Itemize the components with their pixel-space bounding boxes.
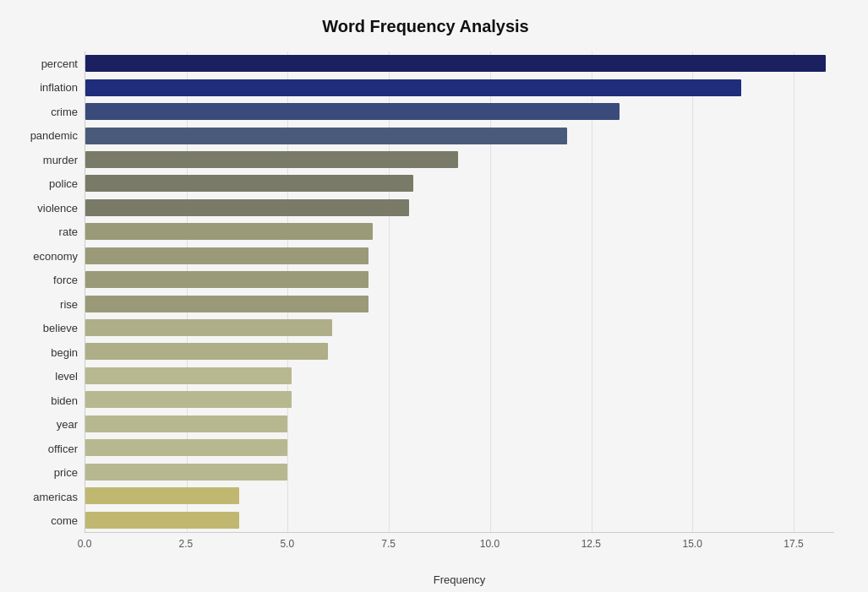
y-label: americas — [17, 486, 78, 508]
bar-price — [85, 464, 287, 481]
y-label: rate — [17, 221, 78, 243]
chart-area: percentinflationcrimepandemicmurderpolic… — [17, 52, 834, 533]
bar-rate — [85, 223, 373, 240]
grid-line — [490, 52, 491, 532]
grid-line — [187, 52, 188, 532]
y-label: biden — [17, 389, 78, 411]
y-label: come — [17, 510, 78, 532]
y-label: begin — [17, 341, 78, 363]
y-label: force — [17, 269, 78, 291]
bar-row — [85, 461, 834, 483]
bar-row — [85, 293, 834, 315]
bar-row — [85, 485, 834, 507]
x-axis: 0.02.55.07.510.012.515.017.5 — [85, 533, 834, 550]
y-label: violence — [17, 197, 78, 219]
chart-container: Word Frequency Analysis percentinflation… — [0, 0, 868, 592]
bars-area — [85, 52, 834, 533]
x-tick: 2.5 — [179, 538, 194, 550]
bar-pandemic — [85, 128, 567, 144]
x-tick: 0.0 — [78, 538, 92, 550]
x-tick: 10.0 — [480, 538, 500, 550]
x-axis-label: Frequency — [85, 573, 834, 586]
bar-row — [85, 340, 834, 362]
bar-violence — [85, 199, 409, 216]
y-label: percent — [17, 52, 78, 74]
bar-row — [85, 509, 834, 531]
y-label: inflation — [17, 77, 78, 99]
bar-row — [85, 220, 834, 242]
bar-row — [85, 365, 834, 387]
y-label: economy — [17, 245, 78, 267]
grid-line — [389, 52, 390, 532]
y-label: police — [17, 173, 78, 195]
y-labels: percentinflationcrimepandemicmurderpolic… — [17, 52, 85, 533]
bar-force — [85, 271, 368, 288]
bar-rise — [85, 296, 368, 312]
bar-row — [85, 388, 834, 410]
grid-line — [287, 52, 288, 532]
bar-row — [85, 197, 834, 219]
grid-line — [794, 52, 794, 532]
y-label: level — [17, 366, 78, 388]
bar-row — [85, 245, 834, 267]
bar-row — [85, 317, 834, 339]
bar-row — [85, 125, 834, 147]
y-label: crime — [17, 100, 78, 122]
x-tick: 17.5 — [783, 538, 803, 550]
bar-row — [85, 77, 834, 99]
bar-come — [85, 512, 239, 529]
grid-line — [692, 52, 693, 532]
bar-row — [85, 269, 834, 291]
y-label: pandemic — [17, 125, 78, 147]
x-tick: 7.5 — [381, 538, 396, 550]
bar-inflation — [85, 79, 741, 96]
grid-line — [592, 52, 592, 532]
bar-row — [85, 413, 834, 435]
x-tick: 15.0 — [683, 538, 702, 550]
x-tick: 12.5 — [581, 538, 601, 550]
bar-murder — [85, 151, 458, 168]
bar-row — [85, 100, 834, 122]
bar-believe — [85, 319, 332, 336]
bar-row — [85, 149, 834, 171]
bar-row — [85, 52, 834, 74]
bar-row — [85, 172, 834, 194]
bar-percent — [85, 55, 826, 72]
bar-begin — [85, 343, 328, 360]
y-label: officer — [17, 437, 78, 459]
bar-economy — [85, 247, 368, 264]
bar-crime — [85, 103, 620, 120]
y-label: price — [17, 462, 78, 484]
grid-lines — [85, 52, 834, 532]
y-label: year — [17, 414, 78, 436]
y-label: rise — [17, 293, 78, 315]
y-label: murder — [17, 149, 78, 171]
bar-police — [85, 175, 413, 192]
chart-title: Word Frequency Analysis — [17, 17, 834, 36]
bar-row — [85, 437, 834, 459]
bar-level — [85, 367, 292, 384]
bar-year — [85, 415, 287, 432]
y-label: believe — [17, 318, 78, 339]
x-tick: 5.0 — [280, 538, 294, 550]
bar-biden — [85, 391, 292, 408]
bar-americas — [85, 487, 239, 504]
bar-officer — [85, 439, 287, 456]
